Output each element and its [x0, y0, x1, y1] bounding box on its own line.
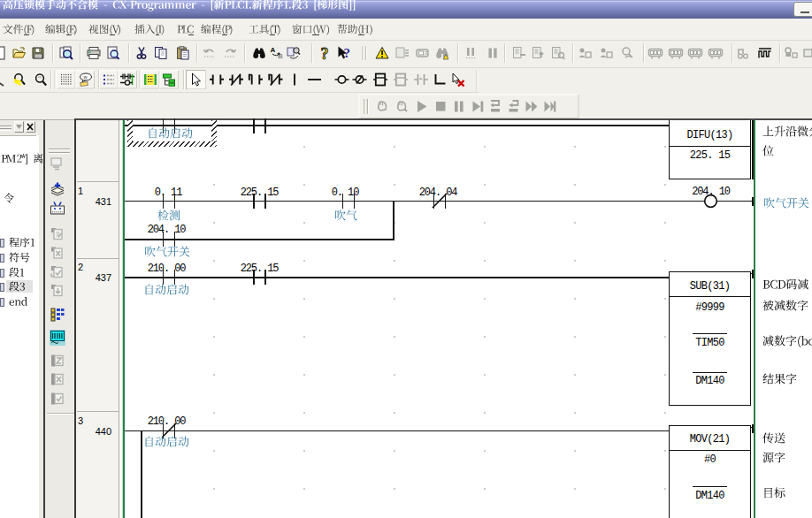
svg-text:w: w: [83, 74, 88, 80]
svg-text:?: ?: [321, 45, 329, 63]
svg-text:A: A: [271, 46, 276, 54]
svg-text:?: ?: [344, 46, 351, 60]
